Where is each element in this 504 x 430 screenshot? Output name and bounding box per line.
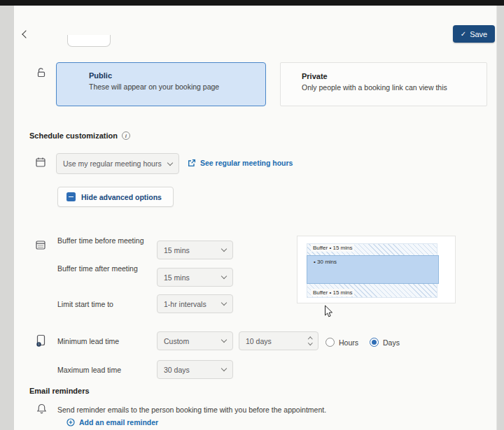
buffer-bottom-label: Buffer • 15 mins bbox=[311, 289, 354, 296]
info-icon[interactable]: i bbox=[122, 131, 130, 140]
see-regular-hours-link[interactable]: See regular meeting hours bbox=[188, 159, 293, 167]
spinner-down-icon[interactable] bbox=[308, 341, 312, 345]
email-reminders-heading: Email reminders bbox=[29, 387, 90, 395]
meeting-hours-dropdown[interactable]: Use my regular meeting hours bbox=[56, 153, 179, 174]
email-reminders-description: Send reminder emails to the person booki… bbox=[57, 405, 449, 416]
cropped-control[interactable] bbox=[67, 35, 111, 47]
schedule-customization-title: Schedule customization bbox=[29, 131, 118, 140]
video-letterbox bbox=[0, 0, 504, 6]
unlock-icon bbox=[36, 67, 47, 81]
min-lead-type-dropdown[interactable]: Custom bbox=[157, 331, 233, 350]
save-button[interactable]: ✓ Save bbox=[453, 25, 495, 43]
hide-advanced-options-button[interactable]: Hide advanced options bbox=[57, 187, 174, 207]
min-lead-value-spinner[interactable]: 10 days bbox=[239, 331, 318, 350]
meeting-duration-label: • 30 mins bbox=[312, 258, 339, 266]
chevron-down-icon bbox=[221, 366, 227, 371]
visibility-option-private[interactable]: Private Only people with a booking link … bbox=[280, 62, 487, 106]
meeting-hours-value: Use my regular meeting hours bbox=[63, 159, 162, 168]
email-reminders-title: Email reminders bbox=[29, 387, 90, 395]
buffer-before-label: Buffer time before meeting bbox=[57, 236, 152, 247]
min-lead-value: 10 days bbox=[246, 337, 272, 345]
buffer-before-value: 15 mins bbox=[164, 246, 190, 255]
meeting-block: • 30 mins bbox=[307, 255, 439, 284]
buffer-calendar-icon bbox=[35, 239, 46, 253]
limit-start-dropdown[interactable]: 1-hr intervals bbox=[157, 294, 233, 313]
chevron-down-icon bbox=[167, 159, 173, 165]
chevron-down-icon bbox=[221, 300, 227, 306]
plus-circle-icon bbox=[66, 418, 75, 427]
buffer-top-label: Buffer • 15 mins bbox=[311, 244, 354, 252]
save-button-label: Save bbox=[470, 30, 487, 38]
mouse-cursor bbox=[324, 305, 333, 321]
buffer-after-label: Buffer time after meeting bbox=[57, 264, 152, 275]
buffer-after-value: 15 mins bbox=[164, 273, 190, 282]
chevron-down-icon bbox=[221, 337, 227, 343]
max-lead-label: Maximum lead time bbox=[57, 365, 155, 376]
chevron-down-icon bbox=[221, 246, 227, 252]
see-regular-hours-label: See regular meeting hours bbox=[200, 159, 293, 167]
unit-option-days[interactable]: Days bbox=[370, 338, 400, 347]
public-title: Public bbox=[89, 71, 257, 80]
visibility-option-public[interactable]: Public These will appear on your booking… bbox=[56, 62, 266, 106]
check-icon: ✓ bbox=[461, 31, 466, 38]
chevron-down-icon bbox=[221, 273, 227, 279]
public-description: These will appear on your booking page bbox=[89, 83, 257, 91]
device-lead-time-icon: i bbox=[36, 334, 46, 350]
unit-option-hours[interactable]: Hours bbox=[326, 338, 358, 347]
hide-advanced-options-label: Hide advanced options bbox=[81, 193, 162, 201]
back-button[interactable] bbox=[18, 27, 34, 42]
min-lead-type-value: Custom bbox=[164, 337, 189, 345]
buffer-after-dropdown[interactable]: 15 mins bbox=[157, 268, 233, 287]
max-lead-dropdown[interactable]: 30 days bbox=[157, 360, 233, 379]
max-lead-value: 30 days bbox=[164, 366, 190, 374]
hours-label: Hours bbox=[339, 338, 358, 347]
buffer-hatch-area: Buffer • 15 mins • 30 mins Buffer • 15 m… bbox=[307, 243, 438, 298]
schedule-customization-heading: Schedule customization i bbox=[29, 131, 130, 140]
buffer-before-dropdown[interactable]: 15 mins bbox=[157, 241, 233, 259]
add-email-reminder-link[interactable]: Add an email reminder bbox=[66, 418, 158, 427]
buffer-diagram: Buffer • 15 mins • 30 mins Buffer • 15 m… bbox=[297, 236, 456, 303]
chevron-left-icon bbox=[22, 30, 29, 38]
limit-start-label: Limit start time to bbox=[57, 299, 162, 310]
spinner-arrows bbox=[309, 338, 312, 345]
radio-unselected-icon bbox=[326, 338, 335, 347]
limit-start-value: 1-hr intervals bbox=[164, 300, 206, 308]
days-label: Days bbox=[383, 338, 400, 347]
collapse-minus-icon bbox=[66, 192, 76, 201]
calendar-icon bbox=[35, 157, 46, 171]
bell-icon bbox=[36, 403, 47, 417]
external-link-icon bbox=[188, 159, 196, 167]
svg-text:i: i bbox=[38, 343, 39, 346]
private-description: Only people with a booking link can view… bbox=[302, 83, 478, 92]
radio-selected-icon bbox=[370, 338, 379, 347]
add-email-reminder-label: Add an email reminder bbox=[79, 418, 158, 427]
min-lead-label: Minimum lead time bbox=[57, 336, 155, 347]
private-title: Private bbox=[302, 72, 478, 80]
